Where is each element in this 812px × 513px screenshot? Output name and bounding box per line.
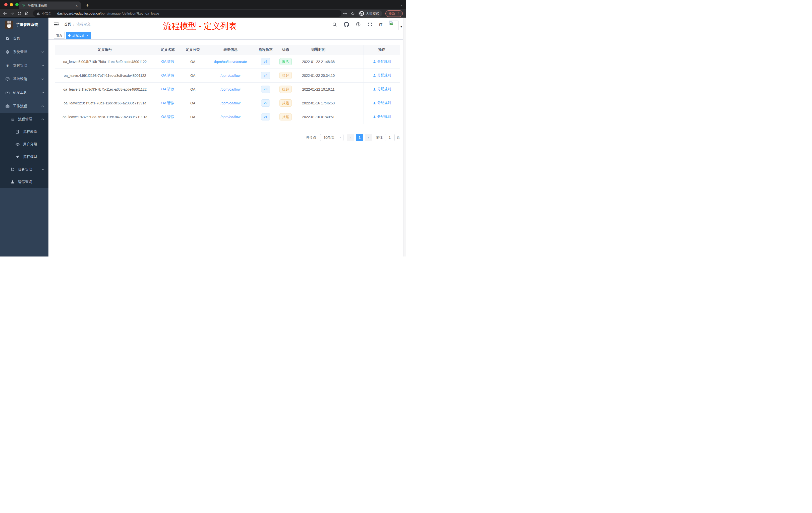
assign-rule-link[interactable]: 分配规则 — [373, 73, 391, 78]
navbar-right: tT ▼ — [332, 19, 406, 30]
breadcrumb-home[interactable]: 首页 — [64, 22, 71, 27]
column-header: 流程版本 — [256, 45, 276, 55]
sidebar-item-label: 系统管理 — [13, 50, 27, 54]
dashboard-icon — [5, 36, 10, 41]
sidebar-fold-icon[interactable] — [54, 22, 59, 27]
update-button[interactable]: 更新 ⋮ — [385, 10, 403, 17]
sidebar-item-task-management[interactable]: 任务管理 — [0, 163, 49, 176]
app-title: 芋道管理系统 — [16, 22, 38, 27]
sidebar-item-infrastructure[interactable]: 基础设施 — [0, 72, 49, 86]
reload-button[interactable] — [17, 11, 22, 16]
cell-spacer — [342, 55, 364, 68]
sidebar-item-label: 流程管理 — [18, 117, 32, 121]
assign-rule-link[interactable]: 分配规则 — [373, 115, 391, 119]
tag-label: 流程定义 — [72, 33, 84, 38]
browser-menu-kebab-icon[interactable]: ⋮ — [395, 11, 401, 16]
sidebar-item-process-form[interactable]: 流程表单 — [0, 125, 49, 138]
sidebar-item-user-group[interactable]: 用户分组 — [0, 138, 49, 151]
form-link[interactable]: /bpm/oa/flow — [221, 115, 240, 119]
tag-label: 首页 — [56, 33, 62, 38]
browser-tab[interactable]: 芋道管理系统 x — [19, 1, 81, 9]
current-page-button[interactable]: 1 — [356, 134, 363, 141]
deploy-time: 2022-01-22 20:34:10 — [295, 68, 342, 82]
gear-icon — [5, 50, 10, 54]
definition-name-link[interactable]: OA 请假 — [161, 101, 174, 105]
sidebar-item-dev-tools[interactable]: 研发工具 — [0, 86, 49, 99]
column-header: 部署时间 — [295, 45, 342, 55]
sidebar-item-process-model[interactable]: 流程模型 — [0, 151, 49, 163]
form-link[interactable]: /bpm/oa/flow — [221, 101, 240, 105]
form-link[interactable]: /bpm/oa/flow — [221, 87, 240, 91]
definition-category: OA — [180, 110, 205, 124]
github-icon[interactable] — [344, 22, 349, 27]
cell-spacer — [342, 96, 364, 110]
assign-rule-link[interactable]: 分配规则 — [373, 87, 391, 91]
browser-chrome: 芋道管理系统 x + ⌄ 不安全 — [0, 0, 406, 18]
definition-id: oa_leave:2:3c1f0ef1-76b1-11ec-9c66-a2380… — [55, 96, 155, 110]
user-icon — [10, 180, 15, 184]
security-label[interactable]: 不安全 — [42, 11, 52, 16]
avatar-caret-icon[interactable]: ▼ — [400, 25, 403, 28]
column-header: 表单信息 — [205, 45, 256, 55]
tab-close-icon[interactable]: x — [75, 3, 79, 7]
sidebar-logo[interactable]: 芋道管理系统 — [0, 18, 49, 32]
tab-title: 芋道管理系统 — [28, 3, 75, 8]
table-row: oa_leave:4:991f2193-7b7f-11ec-a3c8-acde4… — [55, 68, 400, 82]
form-link[interactable]: /bpm/oa/leave/create — [214, 60, 247, 64]
assign-rule-link[interactable]: 分配规则 — [373, 101, 391, 105]
sidebar-item-leave-query[interactable]: 请假查询 — [0, 176, 49, 188]
font-size-icon[interactable]: tT — [379, 22, 382, 27]
cell-spacer — [342, 110, 364, 124]
table-row: oa_leave:2:3c1f0ef1-76b1-11ec-9c66-a2380… — [55, 96, 400, 110]
password-key-icon[interactable] — [343, 11, 347, 16]
tag-home[interactable]: 首页 — [54, 32, 64, 39]
sidebar-item-label: 任务管理 — [18, 167, 32, 172]
help-icon[interactable] — [356, 22, 361, 27]
column-header: 状态 — [276, 45, 295, 55]
form-link[interactable]: /bpm/oa/flow — [221, 73, 240, 78]
new-tab-button[interactable]: + — [84, 2, 91, 9]
back-button[interactable] — [3, 11, 7, 16]
bookmark-star-icon[interactable] — [350, 11, 355, 16]
tag-close-icon[interactable]: x — [87, 34, 88, 37]
page-scrollbar[interactable] — [403, 18, 406, 256]
assign-rule-link[interactable]: 分配规则 — [373, 59, 391, 64]
tab-search-chevron-icon[interactable]: ⌄ — [400, 2, 403, 6]
definition-name-link[interactable]: OA 请假 — [161, 73, 174, 77]
sidebar-item-workflow[interactable]: 工作流程 — [0, 99, 49, 113]
sidebar-item-label: 研发工具 — [13, 90, 27, 95]
url-bar[interactable]: 不安全 dashboard.yudao.iocoder.cn/bpm/manag… — [33, 10, 342, 17]
close-window-button[interactable] — [4, 3, 7, 6]
favicon-plant-icon — [22, 3, 26, 7]
definition-id: oa_leave:5:004b710b-7b8a-11ec-8ef0-acde4… — [55, 55, 155, 68]
fullscreen-icon[interactable] — [368, 22, 372, 27]
avatar-menu[interactable]: ▼ — [389, 21, 399, 30]
sidebar-item-system[interactable]: 系统管理 — [0, 45, 49, 59]
deploy-time: 2022-01-16 01:40:51 — [295, 110, 342, 124]
table-row: oa_leave:3:1fad3d93-7b75-11ec-a3c8-acde4… — [55, 82, 400, 96]
breadcrumb: 首页 / 流程定义 — [64, 22, 91, 27]
definition-name-link[interactable]: OA 请假 — [161, 115, 174, 119]
security-warning-icon[interactable] — [36, 12, 40, 15]
definition-name-link[interactable]: OA 请假 — [161, 59, 174, 63]
tag-process-definition[interactable]: 流程定义 x — [66, 32, 91, 39]
minimize-window-button[interactable] — [10, 3, 13, 6]
column-header: 定义名称 — [155, 45, 180, 55]
page-size-select[interactable]: 10条/页 ∨ — [320, 134, 344, 141]
next-page-button[interactable]: › — [365, 134, 372, 141]
definition-name-link[interactable]: OA 请假 — [161, 87, 174, 91]
sidebar: 芋道管理系统 首页 系统管理 ¥ 支付管理 — [0, 18, 49, 256]
forward-button[interactable] — [10, 11, 14, 16]
maximize-window-button[interactable] — [15, 3, 19, 6]
cell-spacer — [342, 68, 364, 82]
search-icon[interactable] — [332, 22, 337, 27]
sidebar-item-payment[interactable]: ¥ 支付管理 — [0, 59, 49, 72]
sidebar-item-home[interactable]: 首页 — [0, 32, 49, 45]
form-icon — [15, 129, 20, 134]
home-button[interactable] — [24, 11, 29, 16]
tab-strip: 芋道管理系统 x + ⌄ — [0, 0, 406, 9]
sidebar-item-process-management[interactable]: 流程管理 — [0, 113, 49, 125]
prev-page-button[interactable]: ‹ — [347, 134, 354, 141]
status-badge: 挂起 — [280, 113, 292, 120]
goto-page-input[interactable]: 1 — [385, 134, 395, 141]
